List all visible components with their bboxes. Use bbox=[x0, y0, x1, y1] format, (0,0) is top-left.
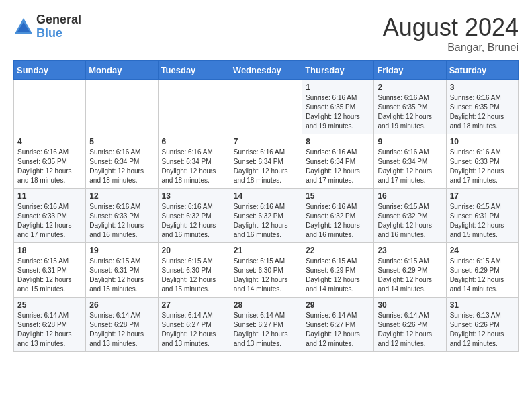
day-number: 18 bbox=[17, 246, 82, 255]
calendar-cell: 1Sunrise: 6:16 AM Sunset: 6:35 PM Daylig… bbox=[302, 80, 374, 134]
week-row-3: 11Sunrise: 6:16 AM Sunset: 6:33 PM Dayli… bbox=[14, 189, 519, 243]
calendar-cell bbox=[230, 80, 302, 134]
day-number: 27 bbox=[162, 300, 226, 310]
logo-general-text: General bbox=[36, 13, 81, 27]
day-number: 15 bbox=[306, 191, 370, 201]
calendar-cell: 29Sunrise: 6:14 AM Sunset: 6:27 PM Dayli… bbox=[302, 298, 374, 352]
calendar-cell: 21Sunrise: 6:15 AM Sunset: 6:30 PM Dayli… bbox=[230, 243, 302, 298]
week-row-5: 25Sunrise: 6:14 AM Sunset: 6:28 PM Dayli… bbox=[14, 298, 519, 352]
week-row-2: 4Sunrise: 6:16 AM Sunset: 6:35 PM Daylig… bbox=[14, 134, 519, 189]
day-number: 1 bbox=[306, 83, 370, 92]
day-number: 12 bbox=[89, 191, 154, 201]
day-number: 31 bbox=[450, 300, 515, 310]
day-number: 19 bbox=[89, 246, 154, 255]
day-number: 10 bbox=[450, 137, 515, 146]
day-info: Sunrise: 6:16 AM Sunset: 6:34 PM Dayligh… bbox=[306, 148, 370, 185]
day-info: Sunrise: 6:14 AM Sunset: 6:27 PM Dayligh… bbox=[306, 311, 370, 349]
day-number: 14 bbox=[234, 191, 298, 201]
logo-icon bbox=[13, 17, 34, 37]
day-number: 20 bbox=[162, 246, 226, 255]
day-number: 28 bbox=[234, 300, 298, 310]
day-info: Sunrise: 6:16 AM Sunset: 6:35 PM Dayligh… bbox=[17, 148, 82, 185]
calendar-cell: 4Sunrise: 6:16 AM Sunset: 6:35 PM Daylig… bbox=[14, 134, 86, 189]
day-number: 11 bbox=[17, 191, 82, 201]
calendar-cell bbox=[14, 80, 86, 134]
header-day-wednesday: Wednesday bbox=[230, 61, 302, 80]
day-number: 3 bbox=[450, 83, 515, 92]
location: Bangar, Brunei bbox=[383, 42, 519, 54]
day-number: 17 bbox=[450, 191, 515, 201]
header-day-monday: Monday bbox=[86, 61, 158, 80]
calendar-cell: 22Sunrise: 6:15 AM Sunset: 6:29 PM Dayli… bbox=[302, 243, 374, 298]
day-info: Sunrise: 6:16 AM Sunset: 6:32 PM Dayligh… bbox=[234, 202, 298, 240]
calendar-cell: 17Sunrise: 6:15 AM Sunset: 6:31 PM Dayli… bbox=[446, 189, 518, 243]
header-day-thursday: Thursday bbox=[302, 61, 374, 80]
calendar-cell: 11Sunrise: 6:16 AM Sunset: 6:33 PM Dayli… bbox=[14, 189, 86, 243]
header-day-tuesday: Tuesday bbox=[158, 61, 230, 80]
month-title: August 2024 bbox=[383, 13, 519, 42]
day-info: Sunrise: 6:16 AM Sunset: 6:35 PM Dayligh… bbox=[378, 93, 442, 131]
day-info: Sunrise: 6:15 AM Sunset: 6:31 PM Dayligh… bbox=[17, 257, 82, 294]
day-info: Sunrise: 6:15 AM Sunset: 6:32 PM Dayligh… bbox=[378, 202, 442, 240]
day-number: 30 bbox=[378, 300, 442, 310]
day-number: 7 bbox=[234, 137, 298, 146]
day-info: Sunrise: 6:15 AM Sunset: 6:29 PM Dayligh… bbox=[450, 257, 515, 294]
calendar-cell: 7Sunrise: 6:16 AM Sunset: 6:34 PM Daylig… bbox=[230, 134, 302, 189]
calendar-header: SundayMondayTuesdayWednesdayThursdayFrid… bbox=[14, 61, 519, 80]
calendar-cell: 10Sunrise: 6:16 AM Sunset: 6:33 PM Dayli… bbox=[446, 134, 518, 189]
day-number: 16 bbox=[378, 191, 442, 201]
week-row-4: 18Sunrise: 6:15 AM Sunset: 6:31 PM Dayli… bbox=[14, 243, 519, 298]
header-day-sunday: Sunday bbox=[14, 61, 86, 80]
week-row-1: 1Sunrise: 6:16 AM Sunset: 6:35 PM Daylig… bbox=[14, 80, 519, 134]
title-block: August 2024 Bangar, Brunei bbox=[383, 13, 519, 54]
calendar-cell: 14Sunrise: 6:16 AM Sunset: 6:32 PM Dayli… bbox=[230, 189, 302, 243]
calendar-cell: 30Sunrise: 6:14 AM Sunset: 6:26 PM Dayli… bbox=[374, 298, 446, 352]
calendar-cell: 6Sunrise: 6:16 AM Sunset: 6:34 PM Daylig… bbox=[158, 134, 230, 189]
day-number: 23 bbox=[378, 246, 442, 255]
day-number: 26 bbox=[89, 300, 154, 310]
day-info: Sunrise: 6:15 AM Sunset: 6:31 PM Dayligh… bbox=[450, 202, 515, 240]
calendar-cell: 23Sunrise: 6:15 AM Sunset: 6:29 PM Dayli… bbox=[374, 243, 446, 298]
calendar-cell: 24Sunrise: 6:15 AM Sunset: 6:29 PM Dayli… bbox=[446, 243, 518, 298]
day-number: 21 bbox=[234, 246, 298, 255]
day-number: 25 bbox=[17, 300, 82, 310]
calendar-cell bbox=[86, 80, 158, 134]
day-info: Sunrise: 6:13 AM Sunset: 6:26 PM Dayligh… bbox=[450, 311, 515, 349]
day-number: 2 bbox=[378, 83, 442, 92]
calendar-cell: 19Sunrise: 6:15 AM Sunset: 6:31 PM Dayli… bbox=[86, 243, 158, 298]
calendar-cell: 9Sunrise: 6:16 AM Sunset: 6:34 PM Daylig… bbox=[374, 134, 446, 189]
day-info: Sunrise: 6:16 AM Sunset: 6:33 PM Dayligh… bbox=[17, 202, 82, 240]
day-info: Sunrise: 6:16 AM Sunset: 6:32 PM Dayligh… bbox=[306, 202, 370, 240]
calendar-body: 1Sunrise: 6:16 AM Sunset: 6:35 PM Daylig… bbox=[14, 80, 519, 352]
day-info: Sunrise: 6:16 AM Sunset: 6:35 PM Dayligh… bbox=[306, 93, 370, 131]
calendar-cell: 12Sunrise: 6:16 AM Sunset: 6:33 PM Dayli… bbox=[86, 189, 158, 243]
day-number: 5 bbox=[89, 137, 154, 146]
day-info: Sunrise: 6:16 AM Sunset: 6:34 PM Dayligh… bbox=[89, 148, 154, 185]
day-number: 22 bbox=[306, 246, 370, 255]
day-number: 6 bbox=[162, 137, 226, 146]
header-day-saturday: Saturday bbox=[446, 61, 518, 80]
day-info: Sunrise: 6:16 AM Sunset: 6:33 PM Dayligh… bbox=[450, 148, 515, 185]
day-info: Sunrise: 6:14 AM Sunset: 6:27 PM Dayligh… bbox=[234, 311, 298, 349]
day-info: Sunrise: 6:16 AM Sunset: 6:34 PM Dayligh… bbox=[234, 148, 298, 185]
day-number: 8 bbox=[306, 137, 370, 146]
day-info: Sunrise: 6:16 AM Sunset: 6:35 PM Dayligh… bbox=[450, 93, 515, 131]
logo: General Blue bbox=[13, 13, 81, 40]
day-info: Sunrise: 6:15 AM Sunset: 6:30 PM Dayligh… bbox=[234, 257, 298, 294]
calendar-cell: 3Sunrise: 6:16 AM Sunset: 6:35 PM Daylig… bbox=[446, 80, 518, 134]
page-header: General Blue August 2024 Bangar, Brunei bbox=[13, 13, 519, 54]
day-number: 9 bbox=[378, 137, 442, 146]
calendar-cell: 2Sunrise: 6:16 AM Sunset: 6:35 PM Daylig… bbox=[374, 80, 446, 134]
day-number: 29 bbox=[306, 300, 370, 310]
day-info: Sunrise: 6:14 AM Sunset: 6:28 PM Dayligh… bbox=[17, 311, 82, 349]
header-day-friday: Friday bbox=[374, 61, 446, 80]
day-info: Sunrise: 6:15 AM Sunset: 6:30 PM Dayligh… bbox=[162, 257, 226, 294]
day-info: Sunrise: 6:15 AM Sunset: 6:31 PM Dayligh… bbox=[89, 257, 154, 294]
calendar-cell: 16Sunrise: 6:15 AM Sunset: 6:32 PM Dayli… bbox=[374, 189, 446, 243]
day-info: Sunrise: 6:16 AM Sunset: 6:32 PM Dayligh… bbox=[162, 202, 226, 240]
calendar-cell: 18Sunrise: 6:15 AM Sunset: 6:31 PM Dayli… bbox=[14, 243, 86, 298]
calendar-cell: 8Sunrise: 6:16 AM Sunset: 6:34 PM Daylig… bbox=[302, 134, 374, 189]
day-info: Sunrise: 6:16 AM Sunset: 6:34 PM Dayligh… bbox=[162, 148, 226, 185]
day-info: Sunrise: 6:14 AM Sunset: 6:27 PM Dayligh… bbox=[162, 311, 226, 349]
day-number: 24 bbox=[450, 246, 515, 255]
